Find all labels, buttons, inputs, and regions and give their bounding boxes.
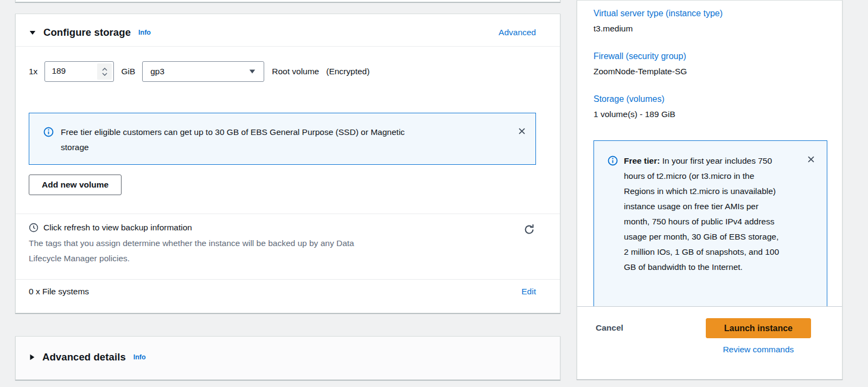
free-tier-note-text: Free tier: In your first year includes 7… bbox=[624, 153, 782, 275]
file-systems-label: 0 x File systems bbox=[29, 287, 89, 296]
volume-encrypted-label: (Encrypted) bbox=[326, 67, 369, 76]
volume-row: 1x GiB gp3 Root volume (Encrypted) bbox=[29, 61, 536, 82]
volume-size-stepper[interactable] bbox=[97, 63, 112, 80]
volume-size-input[interactable] bbox=[45, 62, 98, 80]
previous-section-edge bbox=[15, 0, 560, 2]
caret-right-icon[interactable] bbox=[29, 353, 35, 361]
section-title: Advanced details bbox=[42, 351, 126, 363]
stepper-up-icon bbox=[102, 68, 107, 71]
advanced-details-section: Advanced details Info bbox=[15, 336, 560, 380]
divider bbox=[16, 214, 560, 214]
caret-down-icon[interactable] bbox=[29, 29, 36, 36]
summary-footer: Cancel Launch instance Review commands bbox=[577, 306, 842, 379]
footer-actions: Launch instance Review commands bbox=[706, 318, 811, 354]
storage-volumes-value: 1 volume(s) - 189 GiB bbox=[593, 109, 828, 119]
close-icon[interactable] bbox=[517, 126, 527, 136]
storage-volumes-link[interactable]: Storage (volumes) bbox=[593, 94, 828, 104]
volume-count-label: 1x bbox=[29, 67, 37, 76]
edit-file-systems-link[interactable]: Edit bbox=[521, 287, 536, 296]
alert-text: Free tier eligible customers can get up … bbox=[61, 125, 425, 155]
add-new-volume-button[interactable]: Add new volume bbox=[29, 175, 122, 195]
advanced-details-header[interactable]: Advanced details Info bbox=[16, 337, 560, 371]
backup-info-block: Click refresh to view backup information… bbox=[29, 223, 536, 266]
info-circle-icon bbox=[608, 156, 618, 166]
launch-instance-button[interactable]: Launch instance bbox=[706, 318, 811, 338]
stepper-down-icon bbox=[102, 73, 107, 76]
configure-storage-body: 1x GiB gp3 Root volume (Encrypted) bbox=[16, 61, 560, 296]
volume-type-select[interactable]: gp3 bbox=[142, 61, 264, 82]
summary-field-instance-type: Virtual server type (instance type) t3.m… bbox=[593, 9, 828, 34]
advanced-details-info-link[interactable]: Info bbox=[133, 353, 146, 361]
backup-description: The tags that you assign determine wheth… bbox=[29, 236, 354, 266]
instance-type-link[interactable]: Virtual server type (instance type) bbox=[593, 9, 828, 18]
volume-unit-label: GiB bbox=[121, 67, 135, 76]
summary-panel: Virtual server type (instance type) t3.m… bbox=[577, 0, 843, 379]
volume-name-label: Root volume bbox=[272, 67, 319, 76]
refresh-icon[interactable] bbox=[524, 224, 535, 235]
security-group-link[interactable]: Firewall (security group) bbox=[593, 51, 828, 61]
volume-size-field[interactable] bbox=[44, 61, 114, 82]
volume-type-value: gp3 bbox=[150, 67, 164, 76]
security-group-value: ZoomNode-Template-SG bbox=[593, 67, 828, 76]
summary-field-security-group: Firewall (security group) ZoomNode-Templ… bbox=[593, 51, 828, 76]
advanced-link[interactable]: Advanced bbox=[499, 28, 536, 37]
clock-icon bbox=[29, 223, 39, 233]
configure-storage-section: Configure storage Info Advanced 1x GiB g… bbox=[15, 14, 560, 313]
configure-storage-header[interactable]: Configure storage Info Advanced bbox=[16, 14, 560, 47]
summary-field-storage: Storage (volumes) 1 volume(s) - 189 GiB bbox=[593, 94, 828, 119]
backup-title-row: Click refresh to view backup information bbox=[29, 223, 536, 233]
section-title: Configure storage bbox=[43, 27, 131, 38]
select-caret-icon bbox=[248, 68, 256, 75]
free-tier-storage-alert: Free tier eligible customers can get up … bbox=[29, 113, 536, 165]
divider bbox=[16, 279, 560, 280]
free-tier-note-title: Free tier: bbox=[624, 156, 660, 165]
close-icon[interactable] bbox=[806, 154, 816, 164]
free-tier-note: Free tier: In your first year includes 7… bbox=[593, 140, 827, 306]
summary-scroll-area[interactable]: Virtual server type (instance type) t3.m… bbox=[577, 1, 842, 306]
review-commands-link[interactable]: Review commands bbox=[723, 345, 794, 354]
info-circle-icon bbox=[43, 127, 54, 137]
cancel-button[interactable]: Cancel bbox=[596, 323, 623, 333]
configure-storage-info-link[interactable]: Info bbox=[138, 29, 151, 36]
file-systems-row: 0 x File systems Edit bbox=[29, 287, 536, 296]
instance-type-value: t3.medium bbox=[593, 24, 828, 34]
backup-title: Click refresh to view backup information bbox=[43, 223, 192, 233]
